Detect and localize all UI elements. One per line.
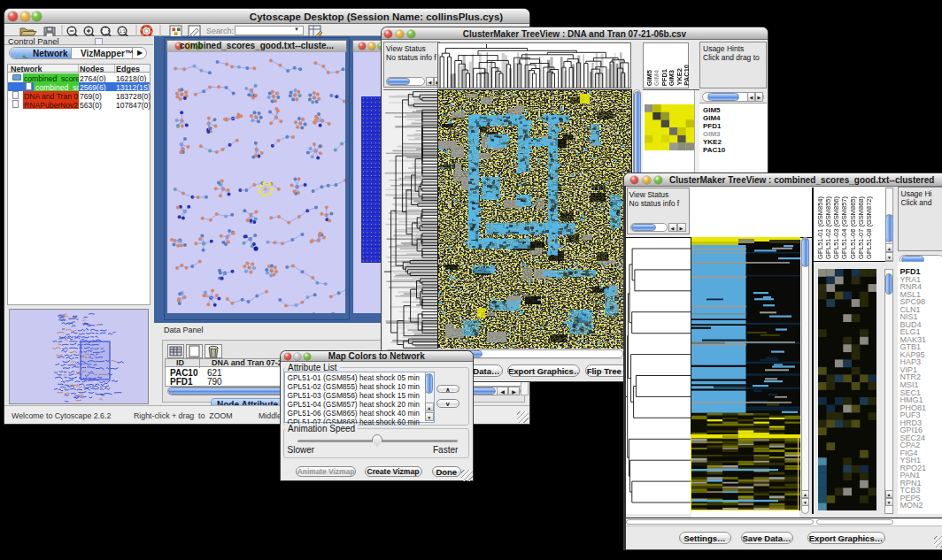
svg-text:1:1: 1:1 <box>120 28 126 34</box>
